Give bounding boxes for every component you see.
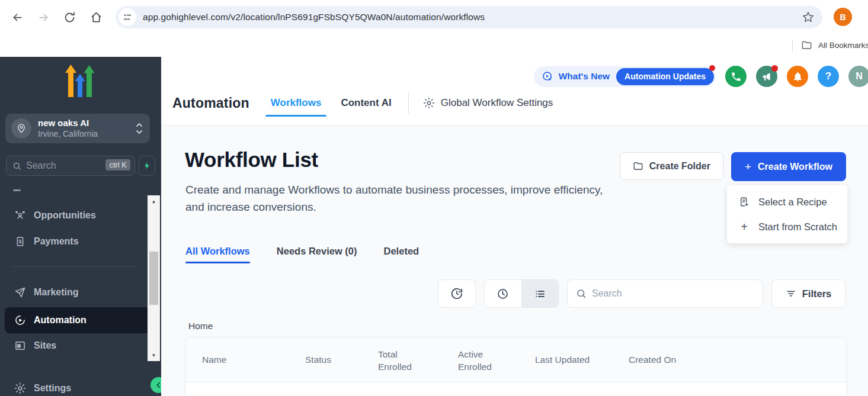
url-text: app.gohighlevel.com/v2/location/lnPS691g…	[143, 12, 485, 22]
sidebar-item-marketing[interactable]: Marketing	[5, 279, 149, 305]
whats-new-button[interactable]: What's New Automation Updates	[534, 66, 716, 87]
tab-all-workflows[interactable]: All Workflows	[185, 246, 250, 257]
notification-dot	[771, 65, 778, 72]
workflow-search[interactable]	[567, 279, 763, 308]
star-icon	[802, 11, 815, 24]
quick-actions-button[interactable]	[139, 156, 155, 176]
payments-icon: $	[14, 236, 26, 247]
column-active-enrolled: Active Enrolled	[458, 348, 502, 373]
execution-logs-button[interactable]	[438, 279, 476, 308]
table-header-row: Name Status Total Enrolled Active Enroll…	[185, 337, 847, 382]
create-folder-label: Create Folder	[649, 161, 710, 172]
recipe-document-icon	[739, 197, 750, 207]
phone-icon	[731, 71, 742, 82]
location-name: new oaks AI	[38, 118, 98, 129]
workflow-list-page: Workflow List Create and manage Workflow…	[161, 125, 868, 396]
global-workflow-settings-link[interactable]: Global Workflow Settings	[423, 97, 553, 109]
bookmarks-divider	[792, 40, 793, 51]
sidebar-item-sites[interactable]: Sites	[5, 333, 149, 359]
tab-workflows[interactable]: Workflows	[271, 97, 322, 109]
tab-needs-review[interactable]: Needs Review (0)	[277, 246, 357, 257]
workflow-list-title: Workflow List	[185, 148, 318, 172]
sidebar: new oaks AI Irvine, California ctrl K	[0, 57, 161, 396]
sidebar-item-opportunities[interactable]: Opportunities	[5, 202, 149, 228]
bookmark-star-button[interactable]	[802, 11, 815, 24]
create-folder-button[interactable]: Create Folder	[620, 152, 723, 180]
create-workflow-button[interactable]: + Create Workflow	[731, 152, 846, 181]
recent-view-button[interactable]	[485, 280, 521, 307]
clock-icon	[497, 288, 509, 300]
phone-button[interactable]	[725, 66, 747, 87]
scroll-up-arrow[interactable]: ▲	[148, 197, 160, 206]
gohighlevel-app-window: app.gohighlevel.com/v2/location/lnPS691g…	[0, 0, 868, 396]
browser-profile-avatar[interactable]: B	[834, 8, 852, 26]
marketing-send-icon	[14, 286, 26, 298]
gohighlevel-logo	[65, 65, 95, 99]
plus-icon: +	[745, 160, 751, 173]
notifications-button[interactable]	[787, 66, 808, 87]
view-toggle-group	[484, 279, 559, 308]
workflow-list-description: Create and manage Workflows to automate …	[185, 181, 609, 216]
sidebar-item-label: Automation	[34, 315, 87, 326]
sidebar-scrollbar[interactable]: ▲ ▼	[148, 195, 160, 361]
announcements-button[interactable]	[756, 66, 777, 87]
tab-deleted[interactable]: Deleted	[384, 246, 419, 257]
main-area: What's New Automation Updates	[161, 57, 868, 396]
column-name: Name	[202, 355, 226, 365]
workflow-search-input[interactable]	[592, 288, 746, 299]
notification-dot	[709, 65, 715, 71]
avatar-initial: N	[856, 71, 863, 82]
browser-home-button[interactable]	[89, 10, 103, 24]
reload-icon	[63, 11, 76, 24]
page-header: What's New Automation Updates	[161, 57, 868, 125]
search-icon	[576, 288, 587, 299]
create-workflow-label: Create Workflow	[758, 162, 832, 172]
sidebar-item-label: Sites	[34, 340, 56, 351]
scroll-down-arrow[interactable]: ▼	[148, 350, 160, 360]
all-bookmarks-button[interactable]: All Bookmarks	[818, 41, 868, 50]
sidebar-item-label: Settings	[34, 383, 71, 394]
automation-icon	[14, 314, 26, 326]
sidebar-item-settings[interactable]: Settings	[5, 375, 149, 396]
breadcrumb-home[interactable]: Home	[188, 321, 213, 331]
location-switcher[interactable]: new oaks AI Irvine, California	[5, 114, 150, 143]
user-avatar[interactable]: N	[848, 66, 868, 87]
question-mark-icon: ?	[825, 70, 831, 82]
sidebar-item-label: Payments	[34, 236, 79, 247]
menu-item-label: Start from Scratch	[758, 221, 837, 233]
filter-lines-icon	[786, 288, 796, 299]
tab-content-ai[interactable]: Content AI	[341, 97, 391, 109]
scrollbar-thumb[interactable]	[149, 252, 158, 305]
address-bar[interactable]: app.gohighlevel.com/v2/location/lnPS691g…	[116, 6, 822, 28]
site-settings-button[interactable]	[118, 8, 136, 26]
location-pin-icon	[16, 123, 27, 134]
whats-new-icon	[542, 70, 554, 83]
forward-arrow-icon	[37, 11, 50, 24]
filters-button[interactable]: Filters	[771, 279, 845, 308]
workflows-table: Name Status Total Enrolled Active Enroll…	[185, 337, 847, 396]
search-icon	[12, 162, 21, 170]
sidebar-search-input[interactable]	[26, 160, 91, 171]
sidebar-item-payments[interactable]: $ Payments	[5, 228, 149, 255]
scrolled-menu-item-fragment	[13, 189, 21, 191]
page-title: Automation	[172, 95, 249, 111]
list-view-button[interactable]	[521, 280, 558, 307]
location-city: Irvine, California	[38, 129, 98, 140]
browser-reload-button[interactable]	[62, 10, 76, 24]
browser-back-button[interactable]	[10, 10, 24, 24]
help-button[interactable]: ?	[818, 66, 839, 87]
column-total-enrolled: Total Enrolled	[378, 348, 422, 373]
automation-updates-label: Automation Updates	[624, 72, 706, 81]
sidebar-search[interactable]: ctrl K	[6, 156, 135, 176]
browser-forward-button[interactable]	[36, 10, 50, 24]
column-status: Status	[305, 355, 331, 365]
menu-item-label: Select a Recipe	[758, 197, 827, 208]
bell-icon	[792, 71, 803, 82]
history-clock-icon	[450, 287, 463, 300]
search-shortcut-badge: ctrl K	[105, 159, 130, 170]
menu-item-select-recipe[interactable]: Select a Recipe	[727, 189, 847, 214]
automation-updates-badge[interactable]: Automation Updates	[616, 68, 714, 85]
header-divider	[408, 92, 409, 114]
menu-item-start-from-scratch[interactable]: + Start from Scratch	[727, 214, 847, 239]
sidebar-item-automation[interactable]: Automation	[5, 307, 149, 333]
